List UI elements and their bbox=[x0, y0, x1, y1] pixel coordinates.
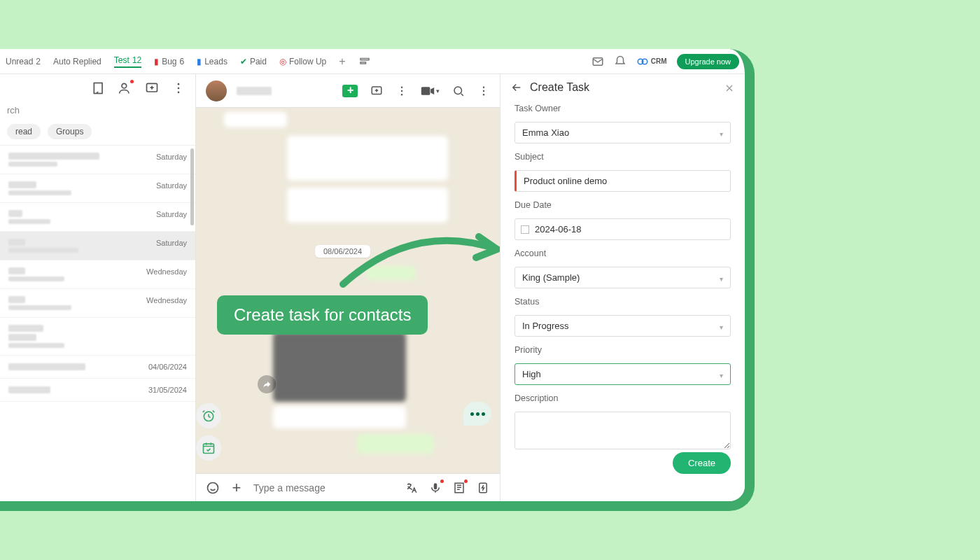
priority-select[interactable]: High▾ bbox=[514, 363, 731, 385]
conv-date: 31/05/2024 bbox=[148, 386, 187, 394]
top-tab-bar: Unread 2 Auto Replied Test 12 ▮Bug 6 ▮Le… bbox=[0, 49, 745, 74]
calendar-icon[interactable] bbox=[196, 435, 221, 461]
svg-point-13 bbox=[401, 90, 402, 91]
panel-title: Create Task bbox=[530, 81, 589, 94]
create-button[interactable]: Create bbox=[673, 452, 731, 474]
due-date-input[interactable]: 2024-06-18 bbox=[514, 218, 731, 240]
svg-point-10 bbox=[178, 92, 180, 94]
svg-rect-15 bbox=[421, 87, 430, 95]
bot-indicator-icon[interactable] bbox=[463, 402, 491, 426]
list-item[interactable]: 04/06/2024 bbox=[0, 356, 195, 379]
close-icon[interactable] bbox=[724, 83, 735, 94]
svg-rect-1 bbox=[360, 62, 366, 63]
list-item[interactable]: Saturday bbox=[0, 146, 195, 174]
status-label: Status bbox=[514, 297, 731, 307]
task-owner-select[interactable]: Emma Xiao▾ bbox=[514, 122, 731, 144]
filter-read[interactable]: read bbox=[7, 124, 41, 139]
conv-date: Wednesday bbox=[146, 296, 187, 304]
svg-point-14 bbox=[401, 94, 402, 95]
template-icon[interactable] bbox=[452, 481, 466, 495]
conv-date: Saturday bbox=[156, 181, 187, 190]
description-label: Description bbox=[514, 393, 731, 403]
forward-icon[interactable] bbox=[258, 375, 276, 393]
back-icon[interactable] bbox=[510, 81, 523, 94]
video-call-icon[interactable]: ▾ bbox=[421, 86, 440, 96]
list-item[interactable]: Saturday bbox=[0, 232, 195, 260]
tab-test[interactable]: Test 12 bbox=[114, 55, 141, 68]
svg-point-12 bbox=[401, 86, 402, 88]
list-item[interactable] bbox=[0, 318, 195, 356]
conv-date: Saturday bbox=[156, 153, 187, 161]
description-input[interactable] bbox=[514, 412, 731, 449]
svg-rect-21 bbox=[204, 444, 214, 453]
status-select[interactable]: In Progress▾ bbox=[514, 315, 731, 337]
app-window: Unread 2 Auto Replied Test 12 ▮Bug 6 ▮Le… bbox=[0, 49, 755, 511]
mail-icon[interactable] bbox=[592, 55, 604, 68]
conv-date: Saturday bbox=[156, 239, 187, 247]
svg-rect-0 bbox=[360, 58, 369, 59]
task-owner-label: Task Owner bbox=[514, 104, 731, 113]
more-icon[interactable] bbox=[172, 81, 186, 95]
message-input[interactable] bbox=[253, 482, 395, 493]
subject-input[interactable]: Product online demo bbox=[514, 170, 731, 192]
contact-avatar[interactable] bbox=[206, 80, 227, 102]
svg-point-19 bbox=[483, 94, 484, 95]
account-label: Account bbox=[514, 248, 731, 258]
chat-pane: ▾ 08/06/2024 Create task for contacts bbox=[196, 74, 500, 501]
annotation-arrow-icon bbox=[336, 228, 500, 291]
chat-menu-icon[interactable] bbox=[477, 85, 490, 97]
add-action-icon[interactable] bbox=[342, 85, 358, 97]
annotation-callout: Create task for contacts bbox=[217, 295, 428, 335]
account-select[interactable]: King (Sample)▾ bbox=[514, 267, 731, 288]
search-icon[interactable] bbox=[452, 85, 465, 97]
svg-point-8 bbox=[178, 83, 180, 85]
chat-more-icon[interactable] bbox=[396, 85, 408, 97]
tab-unread[interactable]: Unread 2 bbox=[6, 57, 41, 66]
svg-point-22 bbox=[208, 482, 218, 493]
tab-settings-icon[interactable] bbox=[358, 55, 371, 68]
svg-point-16 bbox=[454, 87, 462, 94]
tab-paid[interactable]: ✔Paid bbox=[240, 57, 267, 66]
bell-icon[interactable] bbox=[614, 55, 626, 68]
svg-point-17 bbox=[483, 86, 484, 88]
quick-reply-icon[interactable] bbox=[476, 481, 490, 495]
date-separator: 08/06/2024 bbox=[315, 245, 370, 258]
reminder-icon[interactable] bbox=[196, 403, 221, 428]
due-date-label: Due Date bbox=[514, 200, 731, 210]
svg-point-9 bbox=[178, 88, 180, 90]
translate-icon[interactable] bbox=[405, 481, 419, 495]
list-item[interactable]: 31/05/2024 bbox=[0, 379, 195, 402]
conversation-list-pane: rch read Groups Saturday Saturday Saturd… bbox=[0, 74, 196, 501]
list-item[interactable]: Wednesday bbox=[0, 260, 195, 289]
list-item[interactable]: Saturday bbox=[0, 203, 195, 232]
emoji-icon[interactable] bbox=[206, 481, 220, 495]
search-input[interactable]: rch bbox=[0, 102, 195, 118]
svg-point-18 bbox=[483, 90, 484, 91]
svg-point-6 bbox=[122, 83, 127, 88]
tab-bug[interactable]: ▮Bug 6 bbox=[154, 57, 184, 66]
new-note-icon[interactable] bbox=[92, 81, 106, 95]
list-item[interactable]: Wednesday bbox=[0, 289, 195, 318]
list-item[interactable]: Saturday bbox=[0, 174, 195, 203]
scrollbar-thumb[interactable] bbox=[190, 148, 194, 225]
crm-icon[interactable]: CRM bbox=[636, 55, 667, 68]
priority-label: Priority bbox=[514, 345, 731, 355]
upgrade-button[interactable]: Upgrade now bbox=[677, 54, 739, 69]
tab-auto-replied[interactable]: Auto Replied bbox=[53, 57, 102, 66]
create-task-panel: Create Task Task Owner Emma Xiao▾ Subjec… bbox=[500, 74, 745, 501]
attach-icon[interactable]: + bbox=[230, 481, 244, 495]
add-panel-icon[interactable] bbox=[370, 85, 383, 97]
conv-date: Saturday bbox=[156, 210, 187, 218]
conv-date: Wednesday bbox=[146, 267, 187, 276]
add-window-icon[interactable] bbox=[145, 81, 159, 95]
tab-leads[interactable]: ▮Leads bbox=[197, 57, 227, 66]
add-tab-button[interactable]: + bbox=[339, 55, 345, 68]
conv-date: 04/06/2024 bbox=[148, 363, 187, 371]
svg-rect-23 bbox=[434, 483, 438, 489]
filter-groups[interactable]: Groups bbox=[48, 124, 92, 139]
add-contact-icon[interactable] bbox=[118, 81, 132, 95]
subject-label: Subject bbox=[514, 152, 731, 162]
mic-icon[interactable] bbox=[428, 481, 442, 495]
tab-follow-up[interactable]: ◎Follow Up bbox=[279, 57, 326, 66]
